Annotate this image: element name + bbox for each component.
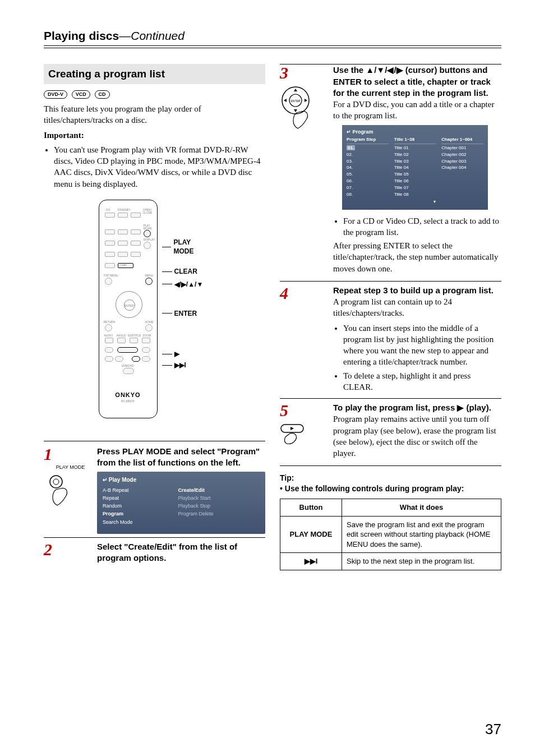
- remote-subtitle-button: [130, 338, 138, 343]
- remote-num-4: [105, 241, 115, 246]
- label-zoom: ZOOM: [143, 334, 151, 338]
- program-step-cell: 04.: [347, 165, 389, 172]
- label-angle: ANGLE: [117, 334, 126, 338]
- badge-dvdv: DVD-V: [44, 90, 67, 99]
- svg-marker-8: [305, 99, 307, 102]
- step-5-title: To play the program list, press ▶ (play)…: [333, 402, 501, 413]
- intro-text: This feature lets you program the play o…: [44, 103, 265, 126]
- remote-play-button: [117, 347, 138, 353]
- controls-table: Button What it does PLAY MODE Save the p…: [280, 499, 501, 570]
- program-col3-header: Chapter 1~004: [441, 137, 483, 144]
- step-5: 5 To play the program list, press ▶ (pla…: [280, 398, 501, 462]
- step-2-title: Select "Create/Edit" from the list of pr…: [97, 541, 265, 564]
- step-4-number: 4: [280, 285, 333, 302]
- remote-return-button: [105, 324, 112, 331]
- remote-brand-text: ONKYO: [115, 391, 140, 398]
- callout-play: ▶: [162, 349, 211, 358]
- remote-on-button: [105, 213, 115, 218]
- table-row: PLAY MODE Save the program list and exit…: [280, 516, 501, 553]
- table-button-cell: ▶▶I: [280, 553, 342, 570]
- step-3: 3 ENTER Use the ▲/▼/◀/▶: [280, 64, 501, 278]
- remote-num-6: [131, 241, 141, 246]
- program-title-cell: Title 02: [394, 151, 436, 158]
- step-5-body: Program play remains active until you tu…: [333, 413, 501, 459]
- remote-num-1: [105, 229, 115, 234]
- step-1-icon-label: PLAY MODE: [44, 464, 97, 471]
- program-col2-header: Title 1~38: [394, 137, 436, 144]
- step-5-number: 5: [280, 402, 333, 419]
- remote-display-button: [144, 242, 151, 249]
- remote-top-menu-button: [105, 278, 112, 285]
- label-standby: STANDBY: [118, 208, 131, 212]
- program-title-cell: Title 08: [394, 191, 436, 198]
- remote-play-mode-button: [144, 230, 151, 237]
- svg-marker-6: [294, 109, 297, 112]
- callout-enter: ENTER: [162, 309, 211, 318]
- osd-left-item: Search Mode: [103, 518, 168, 526]
- program-title-cell: Title 06: [394, 178, 436, 185]
- osd-right-item-selected: Create/Edit: [178, 486, 260, 494]
- remote-fwd-scan-button: [142, 356, 150, 362]
- step-3-title: Use the ▲/▼/◀/▶ (cursor) buttons and ENT…: [333, 64, 501, 99]
- running-head: Playing discs—Continued: [44, 28, 501, 46]
- table-row: ▶▶I Skip to the next step in the program…: [280, 553, 501, 570]
- remote-callouts: PLAY MODE CLEAR ◀/▶/▲/▼ ENTER ▶ ▶▶I: [162, 200, 211, 370]
- play-button-press-icon: [280, 422, 308, 445]
- program-chapter-cell: Chapter 001: [441, 145, 483, 152]
- label-usb-dvd: USB/DVD: [122, 364, 134, 368]
- play-triangle-icon: ▶: [457, 403, 464, 412]
- table-button-cell: PLAY MODE: [280, 516, 342, 553]
- remote-open-close-button: [131, 213, 141, 218]
- tip-label: Tip:: [280, 473, 501, 483]
- label-play-mode: PLAY MODE: [144, 224, 152, 230]
- remote-figure: ON STANDBY OPEN/ CLOSE PLAY MODE DISPLAY: [99, 200, 211, 418]
- svg-marker-10: [290, 427, 294, 430]
- osd-left-item: Repeat: [103, 494, 168, 502]
- remote-num-0: [105, 263, 115, 268]
- remote-num-7: [105, 252, 115, 257]
- osd-header: Play Mode: [109, 477, 136, 483]
- osd-right-item: Playback Stop: [178, 502, 260, 510]
- page-number: 37: [485, 720, 501, 739]
- osd-return-icon: ↵: [347, 129, 353, 135]
- program-chapter-cell: Chapter 002: [441, 151, 483, 158]
- remote-rev-scan-button: [105, 356, 113, 362]
- callout-cursor: ◀/▶/▲/▼: [162, 280, 211, 289]
- step-3-body1: For a DVD disc, you can add a title or a…: [333, 99, 501, 122]
- osd-right-item: Playback Start: [178, 494, 260, 502]
- remote-stop-button: [105, 347, 113, 353]
- remote-prev-button: [115, 356, 123, 362]
- label-subtitle: SUBTITLE: [128, 334, 141, 338]
- remote-num-3: [131, 229, 141, 234]
- step-3-body2: After pressing ENTER to select the title…: [333, 240, 501, 274]
- svg-marker-5: [294, 89, 297, 91]
- table-header-button: Button: [280, 499, 342, 517]
- step-1-number: 1: [44, 446, 97, 463]
- enter-dpad-icon: ENTER: [280, 85, 316, 135]
- svg-text:ENTER: ENTER: [291, 99, 301, 103]
- osd-left-item: Random: [103, 502, 168, 510]
- osd-left-item-selected: Program: [103, 510, 168, 518]
- remote-model-text: RC-690DV: [99, 399, 157, 403]
- program-chapter-cell: Chapter 003: [441, 158, 483, 165]
- remote-next-button: [132, 356, 140, 362]
- program-title-cell: Title 03: [394, 158, 436, 165]
- remote-menu-button: [145, 278, 153, 285]
- callout-play-mode: PLAY MODE: [162, 238, 211, 256]
- program-osd: ↵ Program Program Step 01. 02. 03. 04. 0…: [342, 125, 488, 210]
- down-arrow-icon: ▾: [394, 199, 436, 205]
- label-open-close: OPEN/ CLOSE: [143, 209, 153, 214]
- step-2: 2 Select "Create/Edit" from the list of …: [44, 537, 265, 564]
- program-step-cell: 08.: [347, 191, 389, 198]
- remote-standby-button: [118, 213, 128, 218]
- program-step-cell: 07.: [347, 185, 389, 191]
- label-audio: AUDIO: [104, 334, 113, 338]
- important-item: You can't use Program play with VR forma…: [54, 144, 265, 190]
- play-mode-osd: ↵ Play Mode A-B Repeat Repeat Random Pro…: [97, 472, 265, 533]
- program-step-cell: 06.: [347, 178, 389, 185]
- running-head-continued: —Continued: [119, 29, 185, 42]
- program-title-cell: Title 05: [394, 172, 436, 178]
- table-header-desc: What it does: [342, 499, 501, 517]
- program-title-cell: Title 01: [394, 145, 436, 152]
- step-3-bullet: For a CD or Video CD, select a track to …: [343, 215, 501, 238]
